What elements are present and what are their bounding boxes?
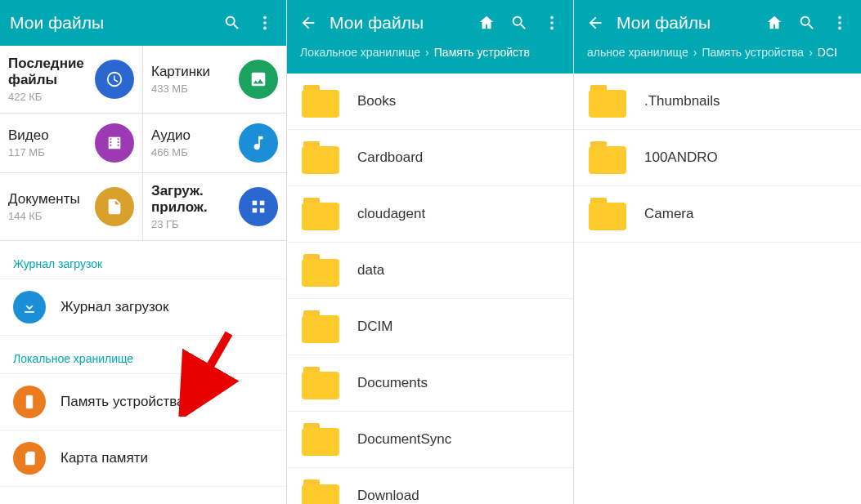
search-icon[interactable] — [508, 11, 531, 34]
video-icon — [95, 123, 134, 163]
category-cell[interactable]: Аудио466 МБ — [143, 114, 286, 173]
breadcrumb-segment[interactable]: Память устройства — [702, 46, 804, 59]
folder-name: Books — [357, 93, 396, 109]
category-cell[interactable]: Видео117 МБ — [0, 114, 143, 173]
svg-point-12 — [838, 21, 841, 25]
section-header-downloads: Журнал загрузок — [0, 241, 286, 279]
folder-icon — [302, 254, 339, 287]
svg-point-8 — [550, 16, 554, 20]
svg-point-10 — [550, 27, 554, 30]
doc-icon — [95, 187, 134, 226]
row-device-storage[interactable]: Память устройства — [0, 374, 286, 430]
folder-name: Camera — [644, 206, 693, 222]
back-icon[interactable] — [297, 11, 320, 34]
category-label: Загруж. прилож. — [151, 183, 234, 215]
back-icon[interactable] — [584, 11, 607, 34]
image-icon — [239, 60, 278, 99]
folder-item[interactable]: 100ANDRO — [574, 130, 861, 186]
search-icon[interactable] — [796, 11, 818, 34]
overflow-menu-icon[interactable] — [540, 11, 563, 34]
breadcrumb[interactable]: альное хранилище›Память устройства›DCI — [574, 46, 861, 74]
breadcrumb-segment[interactable]: Локальное хранилище — [300, 46, 420, 59]
folder-name: cloudagent — [357, 206, 425, 222]
chevron-right-icon: › — [693, 46, 697, 59]
folder-item[interactable]: DocumentSync — [287, 412, 573, 468]
breadcrumb[interactable]: Локальное хранилище›Память устройств — [287, 46, 573, 74]
folder-list[interactable]: BooksCardboardcloudagentdataDCIMDocument… — [287, 74, 573, 504]
row-label: Журнал загрузок — [61, 299, 168, 315]
svg-rect-3 — [253, 201, 258, 206]
folder-icon — [302, 198, 339, 230]
category-size: 23 ГБ — [151, 218, 234, 230]
breadcrumb-segment[interactable]: альное хранилище — [587, 46, 688, 59]
category-cell[interactable]: Последние файлы422 КБ — [0, 46, 143, 114]
svg-rect-5 — [253, 208, 258, 213]
topbar: Мои файлы — [574, 0, 861, 46]
chevron-right-icon: › — [425, 46, 429, 59]
svg-rect-6 — [260, 208, 265, 213]
folder-item[interactable]: DCIM — [287, 299, 573, 355]
folder-name: Documents — [357, 375, 428, 391]
panel-dcim: Мои файлы альное хранилище›Память устрой… — [574, 0, 861, 504]
folder-name: .Thumbnails — [644, 93, 720, 109]
category-label: Документы — [8, 191, 90, 207]
folder-item[interactable]: Cardboard — [287, 130, 573, 186]
category-grid: Последние файлы422 КБКартинки433 МБВидео… — [0, 46, 286, 241]
folder-name: 100ANDRO — [644, 149, 718, 166]
category-cell[interactable]: Картинки433 МБ — [143, 46, 286, 114]
overflow-menu-icon[interactable] — [253, 11, 276, 34]
svg-point-1 — [263, 21, 267, 25]
overflow-menu-icon[interactable] — [828, 11, 851, 34]
folder-item[interactable]: Camera — [574, 186, 861, 243]
home-icon[interactable] — [763, 11, 786, 34]
category-size: 117 МБ — [8, 146, 90, 158]
search-icon[interactable] — [221, 11, 244, 34]
breadcrumb-segment[interactable]: DCI — [818, 46, 837, 59]
apps-icon — [239, 187, 278, 226]
svg-rect-4 — [260, 201, 265, 206]
folder-icon — [589, 198, 626, 230]
category-label: Видео — [8, 127, 90, 144]
app-title: Мои файлы — [330, 13, 465, 33]
folder-name: DCIM — [357, 319, 392, 335]
svg-point-11 — [838, 16, 841, 20]
category-label: Последние файлы — [8, 56, 90, 87]
folder-icon — [589, 141, 626, 174]
category-size: 466 МБ — [151, 146, 234, 158]
folder-icon — [302, 141, 339, 174]
row-download-history[interactable]: Журнал загрузок — [0, 279, 286, 336]
category-size: 433 МБ — [151, 83, 234, 95]
section-header-local-storage: Локальное хранилище — [0, 336, 286, 374]
home-icon[interactable] — [475, 11, 498, 34]
svg-point-2 — [263, 27, 267, 30]
folder-name: Cardboard — [357, 149, 423, 166]
category-size: 144 КБ — [8, 210, 90, 222]
category-cell[interactable]: Документы144 КБ — [0, 173, 143, 241]
folder-icon — [302, 423, 339, 456]
breadcrumb-segment[interactable]: Память устройств — [434, 46, 530, 59]
folder-name: DocumentSync — [357, 431, 451, 448]
folder-item[interactable]: data — [287, 243, 573, 299]
folder-item[interactable]: Books — [287, 74, 573, 130]
folder-item[interactable]: cloudagent — [287, 186, 573, 243]
folder-icon — [589, 85, 626, 118]
category-cell[interactable]: Загруж. прилож.23 ГБ — [143, 173, 286, 241]
svg-point-9 — [550, 21, 554, 25]
clock-icon — [95, 60, 134, 99]
row-sd-card[interactable]: Карта памяти — [0, 430, 286, 487]
topbar: Мои файлы — [0, 0, 286, 46]
folder-item[interactable]: .Thumbnails — [574, 74, 861, 130]
svg-point-13 — [838, 27, 841, 30]
folder-list[interactable]: .Thumbnails100ANDROCamera — [574, 74, 861, 504]
download-history-icon — [13, 291, 46, 323]
folder-item[interactable]: Documents — [287, 355, 573, 412]
row-label: Память устройства — [61, 394, 185, 410]
folder-icon — [302, 479, 339, 504]
folder-item[interactable]: Download — [287, 468, 573, 504]
music-icon — [239, 123, 278, 163]
svg-point-0 — [263, 16, 267, 20]
chevron-right-icon: › — [809, 46, 813, 59]
folder-name: Download — [357, 488, 419, 504]
folder-icon — [302, 310, 339, 343]
device-storage-icon — [13, 386, 46, 418]
